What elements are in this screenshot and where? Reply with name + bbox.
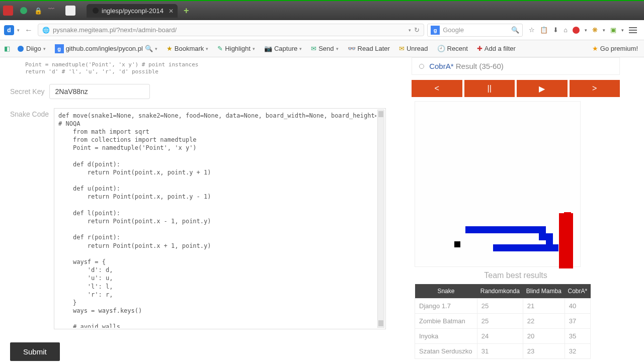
game-board (415, 101, 581, 267)
search-icon[interactable]: 🔍 (511, 26, 519, 34)
dropdown-icon[interactable]: ▾ (409, 28, 411, 33)
pause-button[interactable]: || (464, 80, 515, 97)
table-header: Snake (415, 284, 477, 299)
result-box: CobrA* Result (35-60) (412, 57, 620, 75)
table-row: Zombie Batman252237 (415, 314, 591, 329)
bookmark-ext-icon[interactable]: ◧ (4, 45, 10, 52)
secret-key-input[interactable] (49, 84, 150, 99)
bookmark-button[interactable]: ★Bookmark▾ (165, 44, 211, 53)
app-icon-3[interactable]: 🔒 (34, 7, 41, 14)
app-icon-4[interactable]: 〰 (48, 6, 58, 16)
url-text: pysnake.megiteam.pl/?next=/admin-board/ (53, 26, 406, 34)
star-icon[interactable]: ☆ (529, 26, 535, 34)
table-header: CobrA* (565, 284, 590, 299)
tab-title: inglesp/pyconpl-2014 (102, 7, 164, 15)
browser-tab[interactable]: inglesp/pyconpl-2014 ✕ (87, 4, 178, 18)
table-header: Randomkonda (477, 284, 523, 299)
diigo-dropdown-icon[interactable]: ▾ (17, 28, 20, 33)
github-bookmark[interactable]: ggithub.com/ingles/pycon.pl🔍▾ (53, 43, 159, 54)
table-header: Blind Mamba (523, 284, 565, 299)
result-text: Result (35-60) (456, 62, 504, 70)
google-icon: g (431, 26, 440, 35)
results-table: SnakeRandomkondaBlind MambaCobrA* Django… (415, 284, 591, 359)
os-titlebar: 🔒 〰 inglesp/pyconpl-2014 ✕ + (0, 0, 644, 20)
diigo-menu[interactable]: Diigo▾ (15, 44, 48, 53)
secret-key-label: Secret Key (10, 87, 44, 96)
radio-icon[interactable] (419, 64, 424, 69)
table-row: Django 1.7252140 (415, 299, 591, 314)
ext-icon-1[interactable]: ❋ (592, 26, 598, 34)
search-placeholder: Google (443, 26, 508, 34)
tab-close-icon[interactable]: ✕ (169, 8, 174, 15)
reload-icon[interactable]: ↻ (414, 26, 420, 34)
new-tab-button[interactable]: + (184, 6, 189, 16)
recent-button[interactable]: 🕘Recent (435, 44, 470, 53)
send-button[interactable]: ✉Send▾ (309, 44, 340, 53)
table-row: Inyoka242035 (415, 329, 591, 344)
snake-blue-4 (493, 244, 558, 251)
go-premium-button[interactable]: ★Go premium! (590, 44, 640, 53)
app-icon-2[interactable] (20, 7, 27, 14)
capture-button[interactable]: 📷Capture▾ (262, 44, 304, 53)
search-box[interactable]: g Google 🔍 (427, 24, 523, 37)
globe-icon: 🌐 (42, 27, 50, 34)
unread-button[interactable]: ✉Unread (397, 44, 430, 53)
download-icon[interactable]: ⬇ (553, 26, 558, 34)
top-code-snippet: Point = namedtuple('Point', 'x y') # poi… (10, 59, 403, 81)
add-filter-button[interactable]: ✚Add a filter (475, 44, 518, 53)
play-button[interactable]: ▶ (517, 80, 568, 97)
prev-button[interactable]: < (412, 80, 462, 97)
snake-red-2 (559, 213, 573, 268)
snake-code-textarea[interactable] (54, 109, 376, 328)
snake-code-label: Snake Code (10, 108, 49, 329)
readlater-button[interactable]: 👓Read Later (346, 44, 392, 53)
search-small-icon: 🔍 (145, 45, 153, 52)
adblock-icon[interactable] (573, 27, 580, 34)
food-dot (454, 241, 460, 247)
code-scrollbar[interactable] (377, 110, 384, 328)
submit-button[interactable]: Submit (10, 342, 60, 361)
snake-blue-2 (539, 226, 546, 240)
next-button[interactable]: > (570, 80, 620, 97)
app-icon-5[interactable] (65, 6, 75, 16)
tab-favicon (93, 8, 99, 14)
url-bar: d ▾ ← 🌐 pysnake.megiteam.pl/?next=/admin… (0, 20, 644, 40)
highlight-button[interactable]: ✎Highlight▾ (215, 44, 257, 53)
diigo-icon[interactable]: d (4, 25, 14, 35)
ext-icon-2[interactable]: ▣ (610, 26, 616, 34)
table-row: Szatan Serduszko312332 (415, 344, 591, 359)
url-input[interactable]: 🌐 pysnake.megiteam.pl/?next=/admin-board… (38, 24, 424, 36)
back-button[interactable]: ← (23, 26, 35, 35)
snake-blue-1 (465, 226, 546, 233)
playback-controls: < || ▶ > (412, 80, 620, 97)
app-icon-1[interactable] (3, 6, 13, 16)
home-icon[interactable]: ⌂ (564, 26, 568, 34)
clipboard-icon[interactable]: 📋 (540, 26, 548, 34)
result-name: CobrA* (429, 62, 453, 70)
menu-icon[interactable] (629, 26, 637, 35)
team-results-title: Team best results (412, 271, 620, 280)
bookmark-bar: ◧ Diigo▾ ggithub.com/ingles/pycon.pl🔍▾ ★… (0, 40, 644, 57)
